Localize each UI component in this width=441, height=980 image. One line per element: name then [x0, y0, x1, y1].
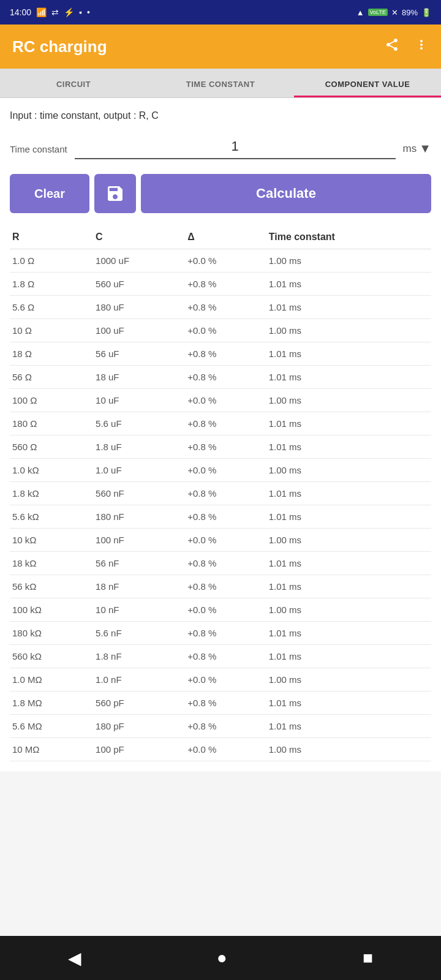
table-cell-13-0: 18 kΩ	[10, 552, 93, 575]
sim-icon: ▪	[79, 7, 82, 17]
table-cell-16-2: +0.8 %	[185, 622, 266, 645]
table-cell-9-0: 1.0 kΩ	[10, 459, 93, 482]
table-cell-19-1: 560 pF	[93, 692, 185, 715]
status-bar: 14:00 📶 ⇄ ⚡ ▪ • ▲ VoLTE ✕ 89% 🔋	[0, 0, 441, 24]
table-cell-7-2: +0.8 %	[185, 412, 266, 435]
col-header-delta: Δ	[185, 225, 266, 249]
table-row: 56 Ω18 uF+0.8 %1.01 ms	[10, 366, 431, 389]
table-cell-11-3: 1.01 ms	[266, 505, 431, 529]
table-cell-13-1: 56 nF	[93, 552, 185, 575]
table-cell-6-2: +0.0 %	[185, 389, 266, 412]
table-cell-3-3: 1.00 ms	[266, 319, 431, 342]
table-cell-0-2: +0.0 %	[185, 249, 266, 273]
back-nav-button[interactable]: ◀	[48, 941, 101, 976]
table-cell-17-3: 1.01 ms	[266, 645, 431, 668]
table-cell-17-2: +0.8 %	[185, 645, 266, 668]
save-button[interactable]	[94, 174, 136, 213]
signal-icon: ▲	[356, 8, 364, 17]
table-cell-11-1: 180 nF	[93, 505, 185, 529]
unit-selector[interactable]: ms ▼	[403, 141, 431, 159]
status-time: 14:00	[10, 7, 31, 17]
table-cell-0-3: 1.00 ms	[266, 249, 431, 273]
table-cell-13-3: 1.01 ms	[266, 552, 431, 575]
table-cell-20-1: 180 pF	[93, 715, 185, 738]
home-nav-button[interactable]: ●	[197, 941, 247, 975]
table-cell-8-2: +0.8 %	[185, 435, 266, 459]
clear-button[interactable]: Clear	[10, 174, 89, 213]
table-cell-6-0: 100 Ω	[10, 389, 93, 412]
status-left: 14:00 📶 ⇄ ⚡ ▪ •	[10, 7, 90, 17]
table-cell-11-2: +0.8 %	[185, 505, 266, 529]
time-constant-input[interactable]	[75, 136, 396, 158]
calculate-button[interactable]: Calculate	[141, 174, 431, 213]
table-cell-17-1: 1.8 nF	[93, 645, 185, 668]
unit-text: ms	[403, 143, 417, 155]
col-header-c: C	[93, 225, 185, 249]
dropdown-arrow-icon: ▼	[419, 141, 431, 156]
table-row: 1.0 MΩ1.0 nF+0.0 %1.00 ms	[10, 668, 431, 692]
status-right: ▲ VoLTE ✕ 89% 🔋	[356, 8, 431, 17]
table-cell-20-0: 5.6 MΩ	[10, 715, 93, 738]
table-cell-19-2: +0.8 %	[185, 692, 266, 715]
table-cell-14-1: 18 nF	[93, 575, 185, 598]
table-cell-18-1: 1.0 nF	[93, 668, 185, 692]
table-row: 1.0 kΩ1.0 uF+0.0 %1.00 ms	[10, 459, 431, 482]
app-bar: RC charging	[0, 24, 441, 69]
share-icon[interactable]	[385, 37, 399, 56]
bottom-nav: ◀ ● ■	[0, 936, 441, 980]
table-row: 56 kΩ18 nF+0.8 %1.01 ms	[10, 575, 431, 598]
table-cell-9-1: 1.0 uF	[93, 459, 185, 482]
time-constant-input-wrap	[75, 136, 396, 159]
table-cell-2-1: 180 uF	[93, 296, 185, 319]
table-cell-4-3: 1.01 ms	[266, 342, 431, 366]
table-row: 180 kΩ5.6 nF+0.8 %1.01 ms	[10, 622, 431, 645]
tab-time-constant[interactable]: TIME CONSTANT	[147, 69, 294, 97]
results-table: R C Δ Time constant 1.0 Ω1000 uF+0.0 %1.…	[10, 225, 431, 761]
table-row: 1.0 Ω1000 uF+0.0 %1.00 ms	[10, 249, 431, 273]
recents-nav-button[interactable]: ■	[343, 941, 393, 975]
table-cell-12-2: +0.0 %	[185, 529, 266, 552]
table-cell-2-2: +0.8 %	[185, 296, 266, 319]
col-header-time-constant: Time constant	[266, 225, 431, 249]
main-content: Input : time constant, output : R, C Tim…	[0, 98, 441, 771]
more-icon[interactable]	[414, 37, 429, 56]
button-row: Clear Calculate	[10, 174, 431, 213]
table-row: 1.8 MΩ560 pF+0.8 %1.01 ms	[10, 692, 431, 715]
table-row: 18 Ω56 uF+0.8 %1.01 ms	[10, 342, 431, 366]
sync-icon: ⇄	[51, 7, 59, 17]
col-header-r: R	[10, 225, 93, 249]
table-cell-17-0: 560 kΩ	[10, 645, 93, 668]
table-cell-0-0: 1.0 Ω	[10, 249, 93, 273]
time-constant-label: Time constant	[10, 144, 67, 159]
table-cell-1-0: 1.8 Ω	[10, 273, 93, 296]
table-cell-18-0: 1.0 MΩ	[10, 668, 93, 692]
table-cell-8-3: 1.01 ms	[266, 435, 431, 459]
app-title: RC charging	[12, 37, 107, 56]
table-cell-6-1: 10 uF	[93, 389, 185, 412]
table-cell-7-0: 180 Ω	[10, 412, 93, 435]
table-cell-4-1: 56 uF	[93, 342, 185, 366]
table-cell-1-2: +0.8 %	[185, 273, 266, 296]
table-row: 1.8 Ω560 uF+0.8 %1.01 ms	[10, 273, 431, 296]
table-cell-10-0: 1.8 kΩ	[10, 482, 93, 505]
table-row: 180 Ω5.6 uF+0.8 %1.01 ms	[10, 412, 431, 435]
table-cell-15-0: 100 kΩ	[10, 598, 93, 622]
tab-component-value[interactable]: COMPONENT VALUE	[294, 69, 441, 97]
input-row: Time constant ms ▼	[10, 136, 431, 159]
table-row: 18 kΩ56 nF+0.8 %1.01 ms	[10, 552, 431, 575]
table-cell-5-0: 56 Ω	[10, 366, 93, 389]
table-cell-16-0: 180 kΩ	[10, 622, 93, 645]
table-cell-16-1: 5.6 nF	[93, 622, 185, 645]
table-cell-15-3: 1.00 ms	[266, 598, 431, 622]
table-cell-14-3: 1.01 ms	[266, 575, 431, 598]
table-cell-7-3: 1.01 ms	[266, 412, 431, 435]
table-row: 1.8 kΩ560 nF+0.8 %1.01 ms	[10, 482, 431, 505]
tab-circuit[interactable]: CIRCUIT	[0, 69, 147, 97]
subtitle: Input : time constant, output : R, C	[10, 110, 431, 121]
table-row: 10 MΩ100 pF+0.0 %1.00 ms	[10, 738, 431, 761]
table-cell-15-2: +0.0 %	[185, 598, 266, 622]
table-cell-4-0: 18 Ω	[10, 342, 93, 366]
app-bar-actions	[385, 37, 429, 56]
table-row: 5.6 Ω180 uF+0.8 %1.01 ms	[10, 296, 431, 319]
table-cell-8-1: 1.8 uF	[93, 435, 185, 459]
